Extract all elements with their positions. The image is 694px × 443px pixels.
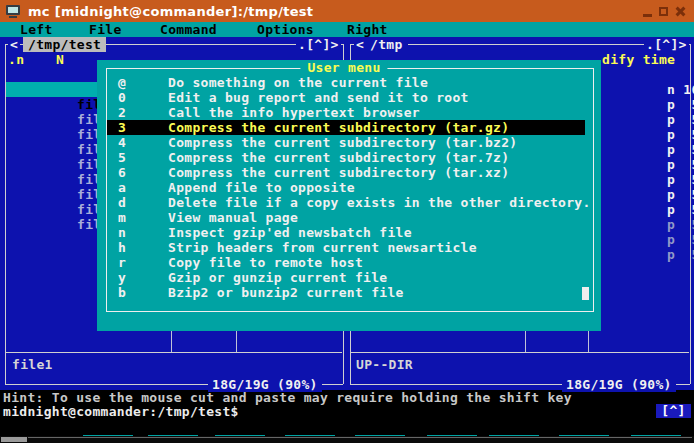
user-menu-item[interactable]: 2 Call the info hypertext browser — [107, 105, 585, 120]
right-panel-separator — [351, 352, 689, 353]
user-menu-item-key: y — [118, 270, 126, 285]
menu-item[interactable]: Command — [160, 22, 217, 37]
left-panel-column-divider — [171, 331, 172, 352]
shell-prompt[interactable]: midnight@commander:/tmp/test$ — [3, 404, 239, 419]
user-menu-dialog: User menu @ Do something on the current … — [97, 60, 601, 331]
user-menu-item-label: Compress the current subdirectory (tar.b… — [168, 135, 517, 150]
left-name-column-header[interactable]: N — [56, 52, 64, 67]
user-menu-item-label: View manual page — [168, 210, 298, 225]
user-menu-item-key: n — [118, 225, 126, 240]
window-title: mc [midnight@commander]:/tmp/test — [28, 4, 313, 19]
menu-bar: Left File Command Options Right — [0, 22, 694, 37]
user-menu-item-label: Do something on the current file — [168, 75, 428, 90]
menu-item[interactable]: File — [89, 22, 122, 37]
modify-time-row[interactable]: p 5 21:59 — [602, 142, 694, 157]
user-menu-item[interactable]: 0 Edit a bug report and send it to root — [107, 90, 585, 105]
close-icon[interactable] — [675, 6, 686, 17]
user-menu-item-key: b — [118, 285, 126, 300]
left-panel-arrow-icon[interactable]: < — [8, 37, 20, 52]
terminal-cursor — [582, 287, 589, 300]
left-panel-scroll-marker[interactable]: .[^]> — [296, 37, 341, 52]
modify-time-row[interactable]: p 5 22:51 — [602, 202, 694, 217]
scrollbar-track — [28, 437, 692, 438]
user-menu-item-key: a — [118, 180, 126, 195]
modify-time-row[interactable]: p 5 22:04 — [602, 157, 694, 172]
window-controls — [643, 0, 686, 22]
left-panel-path[interactable]: /tmp/test — [23, 37, 106, 52]
user-menu-item-label: Copy file to remote host — [168, 255, 363, 270]
scrollbar-thumb[interactable] — [1, 437, 27, 442]
function-key-bar: 1Help 2Menu 3View 4Edit 5Copy 6RenMov — [0, 420, 694, 436]
user-menu-item-label: Gzip or gunzip current file — [168, 270, 387, 285]
user-menu-item-key: 4 — [118, 135, 126, 150]
right-panel-path[interactable]: /tmp — [365, 37, 408, 52]
user-menu-item[interactable]: 5 Compress the current subdirectory (tar… — [107, 150, 585, 165]
user-menu-item-label: Inspect gzip'ed newsbatch file — [168, 225, 412, 240]
user-menu-item-key: 3 — [118, 120, 126, 135]
right-modify-time-header[interactable]: dify time — [602, 52, 675, 67]
modify-time-row[interactable]: p 5 22:51 — [602, 187, 694, 202]
bottom-scrollbar[interactable] — [0, 436, 694, 443]
user-menu-item[interactable]: b Bzip2 or bunzip2 current file — [107, 285, 585, 300]
user-menu-item[interactable]: 3 Compress the current subdirectory (tar… — [107, 120, 585, 135]
function-key-button[interactable]: 10Quit — [623, 420, 694, 435]
left-sort-indicator[interactable]: .n — [8, 52, 24, 67]
modify-time-row[interactable]: p 5 21:59 — [602, 82, 694, 97]
left-panel-column-divider — [236, 331, 237, 352]
user-menu-item[interactable]: @ Do something on the current file — [107, 75, 585, 90]
user-menu-item-label: Compress the current subdirectory (tar.7… — [168, 150, 509, 165]
minimize-icon[interactable] — [643, 14, 652, 17]
user-menu-item-key: r — [118, 255, 126, 270]
user-menu-item[interactable]: d Delete file if a copy exists in the ot… — [107, 195, 585, 210]
user-menu-item[interactable]: n Inspect gzip'ed newsbatch file — [107, 225, 585, 240]
terminal-app-icon — [6, 5, 20, 15]
user-menu-item-key: @ — [118, 75, 126, 90]
modify-time-row[interactable]: p 5 21:59 — [602, 172, 694, 187]
user-menu-item-label: Call the info hypertext browser — [168, 105, 420, 120]
user-menu-item[interactable]: y Gzip or gunzip current file — [107, 270, 585, 285]
user-menu-item-key: m — [118, 210, 126, 225]
modify-time-row[interactable]: p 5 22:51 — [602, 232, 694, 247]
mc-window: mc [midnight@commander]:/tmp/test Left F… — [0, 0, 694, 443]
user-menu-item[interactable]: r Copy file to remote host — [107, 255, 585, 270]
modify-time-row[interactable]: p 5 21:59 — [602, 112, 694, 127]
user-menu-item-key: 0 — [118, 90, 126, 105]
modify-time-row[interactable]: n 16 17:25 — [602, 67, 694, 82]
right-panel-column-divider — [588, 331, 589, 352]
right-panel-right-frame — [690, 44, 691, 384]
right-panel-scroll-marker[interactable]: .[^]> — [644, 37, 689, 52]
maximize-icon[interactable] — [659, 7, 668, 16]
user-menu-item-label: Compress the current subdirectory (tar.g… — [168, 120, 509, 135]
modify-time-row[interactable]: p 5 22:51 — [602, 217, 694, 232]
modify-time-row[interactable]: p 5 21:59 — [602, 127, 694, 142]
modify-time-row[interactable]: p 5 21:59 — [602, 97, 694, 112]
left-panel-left-frame — [5, 44, 6, 384]
menu-item[interactable]: Left — [20, 22, 53, 37]
scroll-up-button[interactable]: [^] — [656, 404, 691, 418]
user-menu-item-key: 6 — [118, 165, 126, 180]
user-menu-item-label: Strip headers from current newsarticle — [168, 240, 477, 255]
user-menu-item[interactable]: 4 Compress the current subdirectory (tar… — [107, 135, 585, 150]
user-menu-item-label: Bzip2 or bunzip2 current file — [168, 285, 404, 300]
hint-line: Hint: To use the mouse cut and paste may… — [3, 390, 572, 405]
user-menu-item-key: d — [118, 195, 126, 210]
menu-item[interactable]: Options — [257, 22, 314, 37]
user-menu-item-label: Delete file if a copy exists in the othe… — [168, 195, 591, 210]
user-menu-item[interactable]: 6 Compress the current subdirectory (tar… — [107, 165, 585, 180]
left-free-space: 18G/19G (90%) — [208, 377, 322, 392]
user-menu-item[interactable]: m View manual page — [107, 210, 585, 225]
user-menu-item-label: Edit a bug report and send it to root — [168, 90, 469, 105]
right-free-space: 18G/19G (90%) — [562, 377, 676, 392]
user-menu-item-key: 5 — [118, 150, 126, 165]
window-titlebar[interactable]: mc [midnight@commander]:/tmp/test — [0, 0, 694, 22]
user-menu-item[interactable]: h Strip headers from current newsarticle — [107, 240, 585, 255]
right-mini-status: UP--DIR — [356, 357, 413, 372]
menu-item[interactable]: Right — [347, 22, 388, 37]
user-menu-title: User menu — [300, 61, 387, 75]
user-menu-item[interactable]: a Append file to opposite — [107, 180, 585, 195]
user-menu-item-key: h — [118, 240, 126, 255]
left-panel-separator — [6, 352, 342, 353]
user-menu-item-list: @ Do something on the current file 0 Edi… — [107, 75, 585, 300]
right-panel-column-divider — [525, 331, 526, 352]
user-menu-item-key: 2 — [118, 105, 126, 120]
